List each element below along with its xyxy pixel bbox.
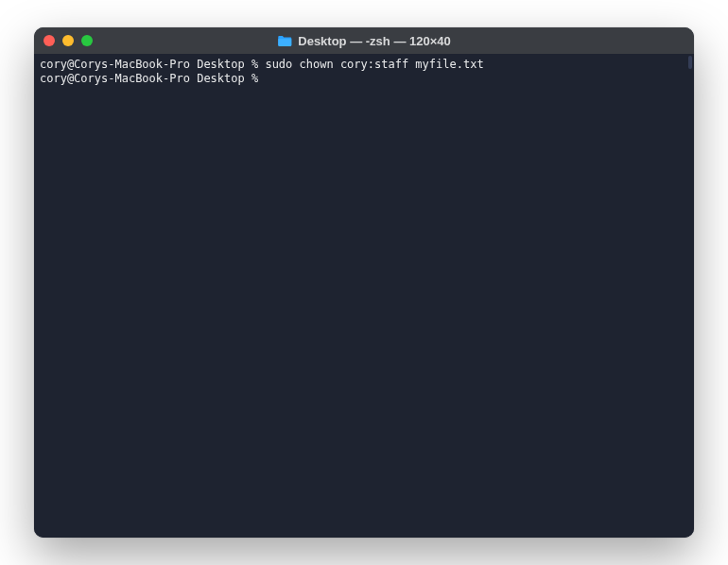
terminal-line: cory@Corys-MacBook-Pro Desktop % sudo ch… xyxy=(40,58,688,72)
terminal-window: Desktop — -zsh — 120×40 cory@Corys-MacBo… xyxy=(34,27,694,538)
command-text: sudo chown cory:staff myfile.txt xyxy=(265,58,483,71)
window-title-group: Desktop — -zsh — 120×40 xyxy=(277,34,450,48)
close-button[interactable] xyxy=(43,35,55,46)
window-title: Desktop — -zsh — 120×40 xyxy=(298,34,450,48)
folder-icon xyxy=(277,35,292,47)
scrollbar-thumb[interactable] xyxy=(688,56,692,69)
prompt: cory@Corys-MacBook-Pro Desktop % xyxy=(40,58,265,71)
terminal-body[interactable]: cory@Corys-MacBook-Pro Desktop % sudo ch… xyxy=(34,54,694,538)
terminal-line: cory@Corys-MacBook-Pro Desktop % xyxy=(40,72,688,86)
maximize-button[interactable] xyxy=(81,35,93,46)
prompt: cory@Corys-MacBook-Pro Desktop % xyxy=(40,72,265,85)
minimize-button[interactable] xyxy=(62,35,74,46)
titlebar[interactable]: Desktop — -zsh — 120×40 xyxy=(34,27,694,54)
traffic-lights xyxy=(43,35,93,46)
